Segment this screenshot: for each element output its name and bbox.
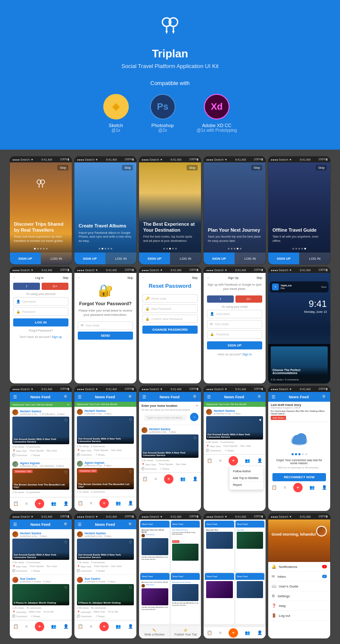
add-nav-f1[interactable]: + [35,622,44,631]
f1-user1-name[interactable]: Herbert Santos [20,532,69,535]
hamburger-icon-off[interactable]: ☰ [272,394,275,399]
hamburger-icon-ctx[interactable]: ☰ [207,394,211,399]
home-nav-off[interactable]: 📋 [272,485,277,490]
fb-signup-btn[interactable]: f [207,295,234,303]
comment-f2[interactable]: 💬 Comment [77,569,92,572]
home-thumb2[interactable]: 📋 [207,630,212,635]
feed2-user2-name[interactable]: Agnes Ingram [85,461,134,464]
share-f1-2[interactable]: ↗ Share [31,615,40,618]
back-icon-forgot[interactable]: ← [78,276,81,279]
confirm-password-field[interactable]: 🔒 Confirm New Password [142,315,198,323]
send-btn[interactable]: SEND [78,332,133,340]
back-icon-signup[interactable]: ← [207,276,210,279]
home-nav-icon-2[interactable]: 📋 [78,501,83,505]
login-btn-3[interactable]: LOG IN [170,252,201,264]
add-nav-btn[interactable]: + [35,499,44,508]
add-nav-ctx[interactable]: + [229,456,238,465]
comment-f1[interactable]: 💬 Comment [12,569,27,572]
banner-close[interactable]: ✕ [67,403,69,406]
share-btn-ctx[interactable]: ↗ Share [224,449,234,452]
signin-link[interactable]: Sign In [242,353,252,356]
profile-nav-loc[interactable]: 👤 [193,477,198,481]
signup-submit-btn[interactable]: SIGN UP [207,341,262,349]
share-btn-1[interactable]: ↗ Share [31,454,40,457]
new-password-field[interactable]: 🔒 New Password [142,304,198,313]
list-nav-icon[interactable]: ≡ [26,501,28,506]
comment-btn-ctx[interactable]: 💬 Comment [206,449,221,452]
facebook-btn[interactable]: f [13,283,40,290]
skip-forgot[interactable]: Skip [127,276,133,279]
user2-name[interactable]: Agnes Ingram [20,462,69,465]
login-btn-1[interactable]: LOG IN [41,252,72,264]
share-f1[interactable]: ↗ Share [31,569,40,572]
edit-story-btn[interactable]: Edit Story [271,416,286,420]
comment-f1-2[interactable]: 💬 Comment [12,615,27,618]
comment-btn-f2[interactable]: 💬 Comment [77,453,92,456]
heart-f1-2[interactable]: ♡ [64,586,68,590]
home-nav-f1[interactable]: 📋 [13,624,18,629]
heart-icon-1[interactable]: ♡ [64,418,68,423]
signup-btn-5[interactable]: SIGN UP [268,252,299,264]
f1-user2-name[interactable]: Sue Castro [20,577,69,580]
location-send-btn[interactable]: → [190,413,198,421]
f2-user1-name[interactable]: Herbert Santos [85,532,134,535]
loc-user1-name[interactable]: Herbert Santos [149,428,198,431]
login-btn-5[interactable]: LOG IN [299,252,330,264]
ctx-user1-name[interactable]: Herbert Santos [214,409,263,412]
location-input[interactable]: Type in your home location [144,414,186,421]
banner-close-2[interactable]: → [131,403,134,406]
people-nav-icon-2[interactable]: 👥 [116,501,121,505]
search-icon-ctx[interactable]: 🔍 [258,395,262,399]
user1-name[interactable]: Herbert Santos [20,410,69,413]
back-icon[interactable]: ← [13,276,16,279]
report-btn[interactable]: Report [230,482,264,488]
hamburger-icon-f2[interactable]: ☰ [78,522,82,527]
skip-btn-2[interactable]: Skip [122,165,133,170]
search-icon-feed[interactable]: 🔍 [64,395,68,399]
password-field[interactable]: 🔒 Password [13,307,68,316]
home-nav-ctx[interactable]: 📋 [207,458,212,463]
location-banner-close[interactable]: ✕ [196,404,198,408]
list-nav-icon-2[interactable]: ≡ [90,501,93,505]
hamburger-icon-loc[interactable]: ☰ [142,394,146,399]
skip-btn-5[interactable]: Skip [316,165,327,170]
heart-icon-loc[interactable]: ♡ [193,436,197,440]
heart-f1-1[interactable]: ♡ [64,540,68,545]
people-nav-f2[interactable]: 👥 [116,624,121,629]
list-nav-ctx[interactable]: ≡ [219,458,222,463]
people-thumb2[interactable]: 👥 [245,630,250,635]
skip-signup[interactable]: Skip [256,276,262,279]
people-nav-off[interactable]: 👥 [309,485,314,490]
profile-nav-icon-2[interactable]: 👤 [128,501,133,505]
people-nav-loc[interactable]: 👥 [180,477,185,481]
add-nav-f2[interactable]: + [99,622,109,631]
skip-btn-1[interactable]: Skip [57,165,68,170]
email-field-signup[interactable]: ✉ Your email [207,320,262,329]
signup-btn-2[interactable]: SIGN UP [74,252,105,264]
list-nav-f1[interactable]: ≡ [26,624,28,629]
reset-code-field[interactable]: 🔑 Reset code [142,294,198,303]
forgot-pwd-link[interactable]: Forgot Password? [13,329,68,332]
search-icon-off[interactable]: 🔍 [322,395,327,399]
hamburger-icon-2[interactable]: ☰ [78,394,82,399]
feed2-user1-name[interactable]: Herbert Santos [85,409,134,412]
skip-login[interactable]: Skip [62,276,68,279]
follow-author-btn[interactable]: Follow Author [230,468,264,475]
heart-icon-2[interactable]: ♡ [64,470,68,474]
share-btn-f2[interactable]: ↗ Share [95,453,105,456]
email-field-forgot[interactable]: ✉ Your email [78,321,133,330]
hamburger-icon-f1[interactable]: ☰ [13,522,17,527]
inbox-menu-item[interactable]: ✉ Inbox 1 [268,572,330,582]
comment-btn-loc[interactable]: 💬 Comment [142,467,156,470]
heart-icon-f2-2[interactable]: ♡ [129,470,132,474]
back-icon-reset[interactable]: ← [142,276,145,279]
search-icon-feed-2[interactable]: 🔍 [128,395,133,399]
help-menu-item[interactable]: ❓ Help [268,601,330,611]
heart-icon-f2[interactable]: ♡ [129,418,132,422]
add-nav-btn-2[interactable]: + [99,499,109,508]
people-nav-icon[interactable]: 👥 [51,501,56,506]
publish-trip-btn[interactable]: 🧭 Publish Your Trip [170,626,201,638]
profile-nav-ctx[interactable]: 👤 [257,458,262,463]
google-btn[interactable]: G+ [42,283,68,290]
signup-btn-4[interactable]: SIGN UP [204,252,235,264]
